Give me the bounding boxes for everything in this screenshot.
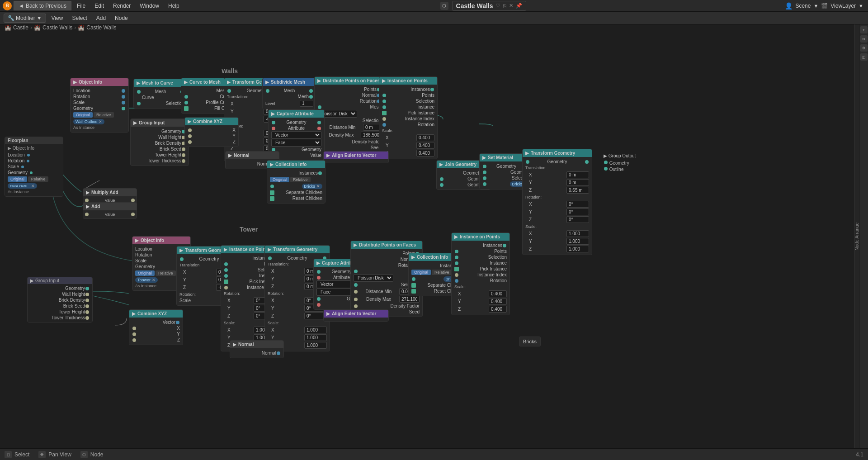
normal2-header: ▶ Normal	[230, 341, 283, 348]
transform-geometry-node-2[interactable]: ▶ Transform Geometry Geometry Translatio…	[522, 149, 592, 255]
node-editor-icon: ⬡	[440, 2, 448, 10]
node-canvas[interactable]: Walls Tower ▶ Object Info Location Rotat…	[0, 24, 859, 448]
distribution-mode-2[interactable]: Poisson Disk	[354, 274, 393, 282]
modifier-icon: 🔧	[8, 15, 14, 21]
ci1-rel[interactable]: Relative	[290, 177, 311, 182]
density-max-2[interactable]	[399, 296, 420, 303]
tg2-sz[interactable]	[566, 246, 589, 252]
collection-info-node-1[interactable]: ▶ Collection Info Instances Original Rel…	[267, 160, 326, 204]
bc-castle-walls-1[interactable]: Castle Walls	[42, 24, 72, 31]
back-to-previous-button[interactable]: ◄ Back to Previous	[14, 1, 71, 10]
ci2-orig[interactable]: Original	[411, 270, 431, 275]
rp-icon-4[interactable]: ◫	[860, 53, 868, 61]
tg2-ry[interactable]	[566, 209, 589, 215]
oi2-orig[interactable]: Original	[135, 270, 155, 276]
iop1-sx[interactable]	[416, 134, 434, 141]
ca1-type[interactable]: Face	[271, 139, 321, 147]
object-info-node-1[interactable]: ▶ Object Info Location Rotation Scale Ge…	[70, 78, 129, 133]
toolbar-select[interactable]: Select	[68, 14, 90, 22]
aev2-header: ▶ Align Euler to Vector	[324, 310, 388, 318]
density-max-1[interactable]	[361, 132, 381, 138]
tg4-header: ▶ Transform Geometry	[265, 246, 330, 253]
toolbar-view[interactable]: View	[48, 14, 67, 22]
node-arrange-panel: Node Arrange	[854, 24, 859, 448]
copy-icon[interactable]: ⎘	[503, 3, 506, 9]
align-euler-node-2[interactable]: ▶ Align Euler to Vector	[323, 309, 389, 322]
wall-outline-chip: Wall Outline ✕	[73, 119, 104, 124]
relative-btn-1[interactable]: Relative	[94, 112, 114, 118]
close-icon[interactable]: ✕	[509, 3, 513, 9]
iop3-header: ▶ Instance on Points	[452, 233, 509, 241]
ca1-domain[interactable]: Vector	[271, 131, 321, 139]
rp-icon-2[interactable]: N	[860, 35, 868, 43]
tg2-sx[interactable]	[566, 230, 589, 237]
blender-icon[interactable]: B	[3, 1, 12, 10]
select-icon: ◻	[5, 451, 12, 458]
menu-file[interactable]: File	[73, 2, 89, 10]
combine-xyz-node-1[interactable]: ▶ Combine XYZ X Y Z	[184, 117, 239, 147]
menu-render[interactable]: Render	[109, 2, 134, 10]
distribute-points-node-1[interactable]: ▶ Distribute Points on Faces Points Norm…	[314, 76, 384, 153]
iop3-sx[interactable]	[489, 290, 507, 297]
group-input-node-1[interactable]: ▶ Group Input Geometry Wall Height Brick…	[130, 119, 189, 166]
node-label: Node	[90, 451, 104, 458]
fp-rel[interactable]: Relative	[28, 176, 48, 182]
bc-castle[interactable]: Castle	[13, 24, 28, 31]
iop1-sz[interactable]	[416, 150, 434, 156]
menu-edit[interactable]: Edit	[91, 2, 108, 10]
original-btn-1[interactable]: Original	[73, 112, 93, 118]
tg2-rx[interactable]	[566, 201, 589, 208]
gi2-header: ▶ Group Input	[28, 277, 92, 284]
tg2-rz[interactable]	[566, 216, 589, 223]
back-arrow-icon: ◄	[19, 3, 24, 9]
gi2-label: Group Input	[35, 278, 59, 283]
iop1-sy[interactable]	[416, 142, 434, 149]
bricks-label: Bricks	[519, 337, 541, 346]
normal-node-2[interactable]: ▶ Normal Normal	[230, 340, 284, 358]
align-euler-node-1[interactable]: ▶ Align Euler to Vector	[323, 151, 389, 163]
ci2-rel[interactable]: Relative	[432, 270, 452, 275]
tg4-sy[interactable]	[304, 334, 327, 341]
tg2-sy[interactable]	[566, 238, 589, 245]
menu-window[interactable]: Window	[136, 2, 163, 10]
user-icon: 👤	[785, 2, 793, 9]
modifier-dropdown[interactable]: 🔧 Modifier ▼	[4, 14, 46, 23]
rp-icon-3[interactable]: ⚙	[860, 44, 868, 52]
add-node[interactable]: ▶ Add Value	[83, 202, 137, 219]
right-panel: T N ⚙ ◫	[859, 24, 868, 448]
subdivide-header: ▶ Subdivide Mesh	[263, 78, 316, 86]
fp-orig[interactable]: Original	[8, 176, 27, 182]
scene-label: Scene	[795, 3, 811, 9]
toolbar-add[interactable]: Add	[93, 14, 109, 22]
bc-castle-walls-2[interactable]: Castle Walls	[86, 24, 116, 31]
toolbar: 🔧 Modifier ▼ View Select Add Node	[0, 12, 868, 24]
rp-icon-1[interactable]: T	[860, 26, 868, 33]
tg4-sz[interactable]	[304, 342, 327, 349]
subdivide-mesh-node[interactable]: ▶ Subdivide Mesh Mesh Mesh Level	[262, 78, 316, 109]
floorplan-panel: Floorplan ▶ Object Info Location Rotatio…	[5, 137, 63, 197]
tg4-sx[interactable]	[304, 327, 327, 333]
tg2-x[interactable]	[566, 171, 589, 178]
mesh-to-curve-node[interactable]: ▶ Mesh to Curve Mesh Curve Selection	[133, 79, 188, 109]
viewlayer-dropdown-icon[interactable]: ▼	[859, 3, 863, 9]
group-input-node-2[interactable]: ▶ Group Input Geometry Wall Height Brick…	[27, 277, 93, 322]
scene-dropdown-icon[interactable]: ▼	[813, 3, 818, 9]
pin-icon[interactable]: 📌	[516, 3, 522, 9]
cxyz1-header: ▶ Combine XYZ	[185, 118, 238, 125]
heart-icon[interactable]: ♡	[496, 3, 500, 9]
dist-min-1[interactable]	[363, 124, 381, 131]
iop3-sz[interactable]	[489, 306, 507, 313]
instance-on-points-node-3[interactable]: ▶ Instance on Points Instances Points Se…	[451, 232, 510, 315]
render-icon: 🎬	[821, 3, 828, 9]
combine-xyz-node-2[interactable]: ▶ Combine XYZ Vector X Y Z	[129, 309, 183, 345]
ci1-orig[interactable]: Original	[270, 177, 289, 182]
floorplan-header: Floorplan	[5, 137, 63, 144]
toolbar-node[interactable]: Node	[111, 14, 132, 22]
iop3-sy[interactable]	[489, 298, 507, 305]
oi2-rel[interactable]: Relative	[156, 270, 176, 276]
menu-help[interactable]: Help	[165, 2, 183, 10]
level-input[interactable]	[300, 100, 313, 107]
instance-on-points-node-1[interactable]: ▶ Instance on Points Instances Points Se…	[379, 76, 438, 159]
tg2-z[interactable]	[566, 187, 589, 194]
tg2-y[interactable]	[566, 179, 589, 186]
